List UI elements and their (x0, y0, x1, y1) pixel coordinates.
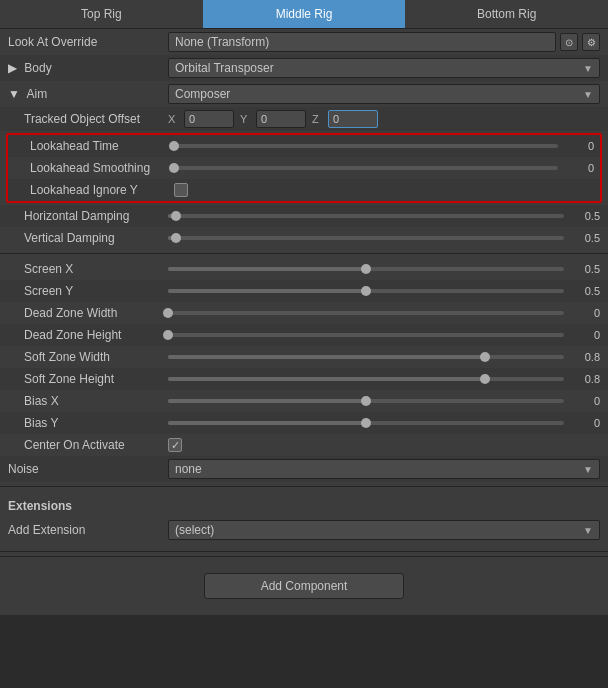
add-extension-dropdown[interactable]: (select) ▼ (168, 520, 600, 540)
z-label: Z (312, 113, 324, 125)
bias-x-slider-container: 0 (168, 395, 600, 407)
screen-x-slider-container: 0.5 (168, 263, 600, 275)
noise-dropdown[interactable]: none ▼ (168, 459, 600, 479)
lookahead-ignore-y-row: Lookahead Ignore Y (8, 179, 600, 201)
add-extension-value-area: (select) ▼ (168, 520, 600, 540)
look-at-override-label: Look At Override (8, 35, 168, 49)
dead-zone-width-slider-container: 0 (168, 307, 600, 319)
dead-zone-height-track[interactable] (168, 333, 564, 337)
look-at-override-gear-icon[interactable]: ⚙ (582, 33, 600, 51)
divider-1 (0, 253, 608, 254)
lookahead-time-label: Lookahead Time (14, 139, 174, 153)
look-at-override-dropdown[interactable]: None (Transform) (168, 32, 556, 52)
soft-zone-height-label: Soft Zone Height (8, 372, 168, 386)
tab-bottom-rig[interactable]: Bottom Rig (405, 0, 608, 28)
soft-zone-width-value: 0.8 (570, 351, 600, 363)
vertical-damping-slider-container: 0.5 (168, 232, 600, 244)
soft-zone-width-row: Soft Zone Width 0.8 (0, 346, 608, 368)
dead-zone-width-value: 0 (570, 307, 600, 319)
add-extension-row: Add Extension (select) ▼ (0, 517, 608, 543)
extensions-section: Extensions Add Extension (select) ▼ (0, 491, 608, 547)
bottom-bar: Add Component (0, 556, 608, 615)
body-dropdown-arrow: ▼ (583, 63, 593, 74)
soft-zone-height-track[interactable] (168, 377, 564, 381)
lookahead-smoothing-value: 0 (564, 162, 594, 174)
tab-middle-rig[interactable]: Middle Rig (203, 0, 406, 28)
center-on-activate-row: Center On Activate ✓ (0, 434, 608, 456)
screen-x-value: 0.5 (570, 263, 600, 275)
aim-dropdown-arrow: ▼ (583, 89, 593, 100)
horizontal-damping-track[interactable] (168, 214, 564, 218)
vertical-damping-value: 0.5 (570, 232, 600, 244)
bias-x-track[interactable] (168, 399, 564, 403)
aim-label: ▼ Aim (8, 87, 168, 101)
center-on-activate-label: Center On Activate (8, 438, 168, 452)
divider-3 (0, 551, 608, 552)
vertical-damping-label: Vertical Damping (8, 231, 168, 245)
bias-x-row: Bias X 0 (0, 390, 608, 412)
noise-row: Noise none ▼ (0, 456, 608, 482)
tracked-object-offset-inputs: X Y Z (168, 110, 600, 128)
lookahead-ignore-y-checkbox[interactable] (174, 183, 188, 197)
dead-zone-height-row: Dead Zone Height 0 (0, 324, 608, 346)
dead-zone-height-label: Dead Zone Height (8, 328, 168, 342)
soft-zone-width-slider-container: 0.8 (168, 351, 600, 363)
center-on-activate-value: ✓ (168, 438, 600, 452)
lookahead-time-track[interactable] (174, 144, 558, 148)
screen-x-track[interactable] (168, 267, 564, 271)
tracked-offset-x-input[interactable] (184, 110, 234, 128)
look-at-override-target-icon[interactable]: ⊙ (560, 33, 578, 51)
soft-zone-height-row: Soft Zone Height 0.8 (0, 368, 608, 390)
screen-y-track[interactable] (168, 289, 564, 293)
horizontal-damping-value: 0.5 (570, 210, 600, 222)
extensions-header: Extensions (0, 495, 608, 517)
lookahead-smoothing-label: Lookahead Smoothing (14, 161, 174, 175)
horizontal-damping-label: Horizontal Damping (8, 209, 168, 223)
body-arrow-icon: ▶ (8, 61, 17, 75)
noise-label: Noise (8, 462, 168, 476)
lookahead-ignore-y-value (174, 183, 594, 197)
add-extension-dropdown-arrow: ▼ (583, 525, 593, 536)
lookahead-section: Lookahead Time 0 Lookahead Smoothing (6, 133, 602, 203)
lookahead-time-slider-container: 0 (174, 140, 594, 152)
tracked-offset-z-input[interactable] (328, 110, 378, 128)
soft-zone-width-label: Soft Zone Width (8, 350, 168, 364)
lookahead-smoothing-track[interactable] (174, 166, 558, 170)
dead-zone-width-row: Dead Zone Width 0 (0, 302, 608, 324)
tracked-offset-y-input[interactable] (256, 110, 306, 128)
dead-zone-height-value: 0 (570, 329, 600, 341)
tracked-object-offset-row: Tracked Object Offset X Y Z (0, 107, 608, 131)
add-extension-label: Add Extension (8, 523, 168, 537)
noise-value-area: none ▼ (168, 459, 600, 479)
aim-row: ▼ Aim Composer ▼ (0, 81, 608, 107)
dead-zone-width-track[interactable] (168, 311, 564, 315)
bias-y-row: Bias Y 0 (0, 412, 608, 434)
screen-y-value: 0.5 (570, 285, 600, 297)
screen-x-row: Screen X 0.5 (0, 258, 608, 280)
tracked-object-offset-label: Tracked Object Offset (8, 112, 168, 126)
center-on-activate-checkbox[interactable]: ✓ (168, 438, 182, 452)
bias-x-label: Bias X (8, 394, 168, 408)
soft-zone-height-slider-container: 0.8 (168, 373, 600, 385)
soft-zone-width-track[interactable] (168, 355, 564, 359)
add-component-button[interactable]: Add Component (204, 573, 404, 599)
divider-2 (0, 486, 608, 487)
lookahead-time-row: Lookahead Time 0 (8, 135, 600, 157)
bias-y-slider-container: 0 (168, 417, 600, 429)
bias-y-track[interactable] (168, 421, 564, 425)
lookahead-smoothing-row: Lookahead Smoothing 0 (8, 157, 600, 179)
bias-y-value: 0 (570, 417, 600, 429)
look-at-override-value: None (Transform) ⊙ ⚙ (168, 32, 600, 52)
lookahead-ignore-y-label: Lookahead Ignore Y (14, 183, 174, 197)
vertical-damping-track[interactable] (168, 236, 564, 240)
body-value-area: Orbital Transposer ▼ (168, 58, 600, 78)
body-dropdown[interactable]: Orbital Transposer ▼ (168, 58, 600, 78)
screen-y-row: Screen Y 0.5 (0, 280, 608, 302)
tab-top-rig[interactable]: Top Rig (0, 0, 203, 28)
aim-arrow-icon: ▼ (8, 87, 20, 101)
horizontal-damping-slider-container: 0.5 (168, 210, 600, 222)
soft-zone-height-value: 0.8 (570, 373, 600, 385)
x-label: X (168, 113, 180, 125)
tab-bar: Top Rig Middle Rig Bottom Rig (0, 0, 608, 29)
aim-dropdown[interactable]: Composer ▼ (168, 84, 600, 104)
